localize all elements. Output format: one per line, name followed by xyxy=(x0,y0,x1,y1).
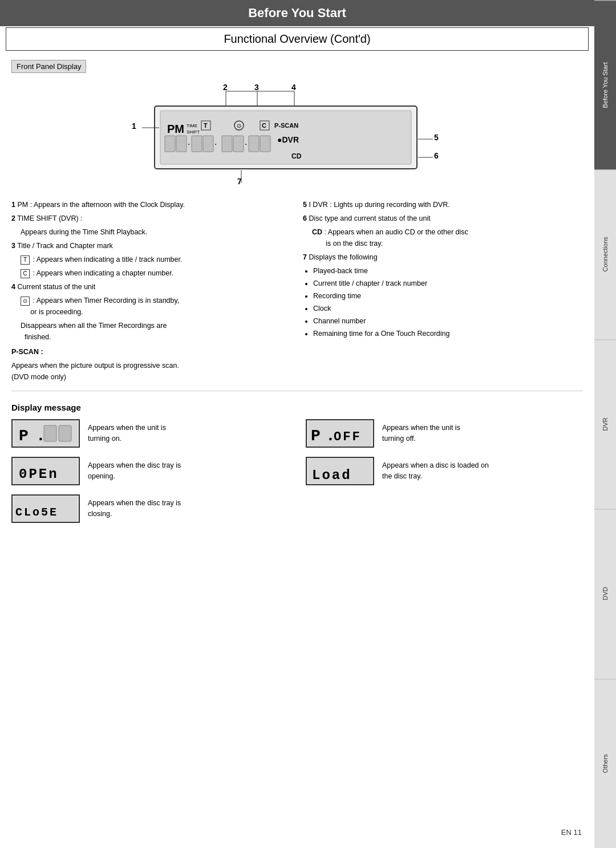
display-msg-title: Display message xyxy=(11,403,583,412)
num-2: 2 xyxy=(223,83,228,92)
sidebar: Before You Start Connections DVR DVD Oth… xyxy=(594,0,616,848)
num-5: 5 xyxy=(434,133,439,142)
c-icon: C xyxy=(262,122,266,129)
svg-rect-12 xyxy=(203,136,213,152)
desc-7-item-4: Clock xyxy=(313,303,583,314)
sidebar-tab-dvd[interactable]: DVD xyxy=(594,509,616,678)
t-icon: T xyxy=(204,122,208,129)
msg-screen-p-off: P . OFF xyxy=(306,419,374,448)
desc-col-left: 1 PM : Appears in the afternoon with the… xyxy=(11,199,291,385)
description-area: 1 PM : Appears in the afternoon with the… xyxy=(11,199,583,385)
desc-3-t: T : Appears when indicating a title / tr… xyxy=(21,254,291,265)
colon-1: · xyxy=(188,139,190,149)
svg-rect-10 xyxy=(176,136,187,152)
shift-label: SHIFT xyxy=(187,129,200,135)
desc-4-disappears: Disappears when all the Timer Recordings… xyxy=(21,320,291,343)
display-message-section: Display message P . Appears when the uni… xyxy=(11,403,583,523)
num-6: 6 xyxy=(434,151,439,160)
desc-4: 4 Current status of the unit xyxy=(11,281,291,293)
desc-6-cd: CD : Appears when an audio CD or the oth… xyxy=(312,226,583,249)
svg-text:P: P xyxy=(19,427,30,445)
desc-3-c: C : Appears when indicating a chapter nu… xyxy=(21,267,291,279)
desc-7: 7 Displays the following xyxy=(303,251,583,263)
message-grid: P . Appears when the unit isturning on. … xyxy=(11,419,583,523)
diagram-svg: 2 3 4 PM TIME SHIFT T C ⊙ xyxy=(98,79,485,193)
page-title: Before You Start xyxy=(0,0,594,26)
desc-7-item-6: Remaining time for a One Touch Recording xyxy=(313,328,583,339)
msg-screen-p-on: P . xyxy=(11,419,80,448)
time-label: TIME xyxy=(187,123,197,128)
pscan-label: P-SCAN xyxy=(274,122,298,129)
svg-rect-24 xyxy=(44,425,56,441)
msg-desc-load: Appears when a disc is loaded onthe disc… xyxy=(382,460,489,482)
page-subtitle: Functional Overview (Cont'd) xyxy=(6,27,589,51)
pm-label: PM xyxy=(167,123,184,135)
desc-6: 6 Disc type and current status of the un… xyxy=(303,213,583,224)
sidebar-tab-dvr[interactable]: DVR xyxy=(594,339,616,509)
desc-7-item-1: Played-back time xyxy=(313,265,583,277)
desc-4-circle: ⊙ : Appears when Timer Recording is in s… xyxy=(21,295,291,318)
svg-rect-25 xyxy=(59,425,71,441)
desc-1: 1 PM : Appears in the afternoon with the… xyxy=(11,199,291,210)
dvr-label: ●DVR xyxy=(277,135,299,144)
sidebar-tab-before-you-start[interactable]: Before You Start xyxy=(594,0,616,169)
desc-3: 3 Title / Track and Chapter mark xyxy=(11,240,291,251)
sidebar-tab-connections[interactable]: Connections xyxy=(594,169,616,339)
colon-3: · xyxy=(245,139,247,149)
msg-desc-close: Appears when the disc tray isclosing. xyxy=(88,498,181,520)
msg-desc-open: Appears when the disc tray isopening. xyxy=(88,460,181,482)
desc-7-item-2: Current title / chapter / track number xyxy=(313,278,583,289)
desc-5: 5 I DVR : Lights up during recording wit… xyxy=(303,199,583,210)
front-panel-label: Front Panel Display xyxy=(11,60,86,73)
num-1: 1 xyxy=(132,121,136,131)
sidebar-tab-others[interactable]: Others xyxy=(594,679,616,848)
msg-item-close: CLo5E Appears when the disc tray isclosi… xyxy=(11,494,289,523)
desc-pscan-label: P-SCAN : xyxy=(11,346,291,358)
desc-pscan-text: Appears when the picture output is progr… xyxy=(11,360,291,383)
display-diagram: 2 3 4 PM TIME SHIFT T C ⊙ xyxy=(98,79,497,194)
msg-desc-p-on: Appears when the unit isturning on. xyxy=(88,423,166,444)
desc-col-right: 5 I DVR : Lights up during recording wit… xyxy=(303,199,583,385)
num-3: 3 xyxy=(254,83,259,92)
svg-rect-13 xyxy=(222,136,232,152)
msg-item-p-off: P . OFF Appears when the unit isturning … xyxy=(306,419,583,448)
svg-text:P: P xyxy=(311,427,322,445)
svg-rect-14 xyxy=(233,136,244,152)
svg-rect-9 xyxy=(165,136,175,152)
colon-2: · xyxy=(214,139,217,149)
timer-icon: ⊙ xyxy=(237,123,241,129)
svg-rect-16 xyxy=(260,136,270,152)
desc-7-item-5: Channel number xyxy=(313,315,583,327)
msg-screen-close: CLo5E xyxy=(11,494,80,523)
svg-text:0PEn: 0PEn xyxy=(19,466,59,482)
msg-item-p-on: P . Appears when the unit isturning on. xyxy=(11,419,289,448)
svg-rect-11 xyxy=(192,136,202,152)
msg-screen-open: 0PEn xyxy=(11,457,80,485)
svg-text:CLo5E: CLo5E xyxy=(15,506,58,519)
desc-2: 2 TIME SHIFT (DVR) : xyxy=(11,213,291,224)
msg-screen-load: Load xyxy=(306,457,374,485)
desc-2-sub: Appears during the Time Shift Playback. xyxy=(21,226,291,238)
msg-desc-p-off: Appears when the unit isturning off. xyxy=(382,423,460,444)
divider xyxy=(11,391,583,391)
cd-label: CD xyxy=(291,152,302,160)
main-content: Before You Start Functional Overview (Co… xyxy=(0,0,594,523)
svg-rect-15 xyxy=(249,136,259,152)
msg-item-load: Load Appears when a disc is loaded onthe… xyxy=(306,457,583,485)
desc-7-list: Played-back time Current title / chapter… xyxy=(313,265,583,339)
svg-text:OFF: OFF xyxy=(334,430,362,444)
num-4: 4 xyxy=(291,83,296,92)
page-footer: EN 11 xyxy=(561,828,582,837)
desc-7-item-3: Recording time xyxy=(313,290,583,302)
svg-text:Load: Load xyxy=(312,468,352,483)
msg-item-open: 0PEn Appears when the disc tray isopenin… xyxy=(11,457,289,485)
